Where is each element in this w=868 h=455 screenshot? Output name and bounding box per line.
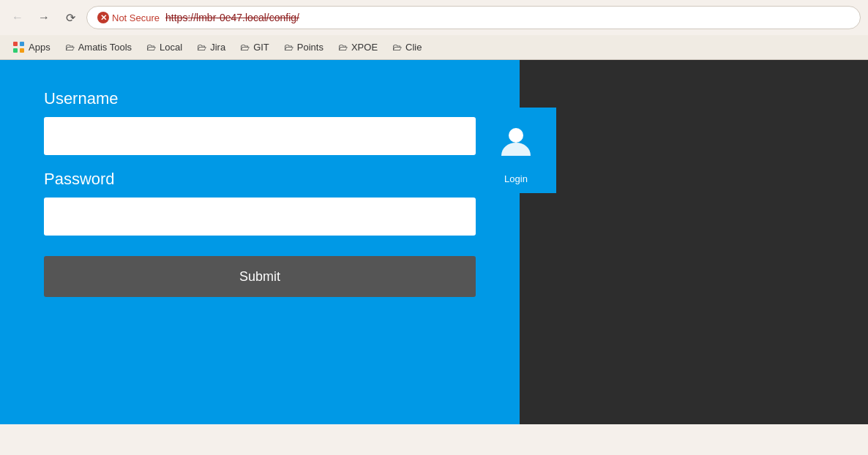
submit-button[interactable]: Submit: [44, 256, 476, 297]
left-panel: Username Password Submit: [0, 60, 520, 424]
not-secure-icon: ✕: [97, 12, 109, 23]
bookmark-label: Amatis Tools: [78, 42, 132, 53]
address-bar[interactable]: ✕ Not Secure https://lmbr-0e47.local/con…: [86, 6, 861, 29]
apps-label: Apps: [29, 42, 50, 53]
bookmark-amatis-tools[interactable]: 🗁 Amatis Tools: [59, 40, 138, 55]
right-panel: Login: [520, 60, 868, 424]
bookmark-local[interactable]: 🗁 Local: [141, 40, 188, 55]
bookmarks-bar: Apps 🗁 Amatis Tools 🗁 Local 🗁 Jira 🗁 GIT…: [0, 35, 868, 60]
forward-button[interactable]: →: [34, 7, 54, 28]
folder-icon: 🗁: [284, 42, 293, 53]
page-content: Username Password Submit Login: [0, 60, 868, 424]
folder-icon: 🗁: [338, 42, 348, 53]
username-group: Username: [44, 89, 476, 155]
not-secure-badge: ✕ Not Secure: [97, 12, 160, 23]
url-prefix: https:: [165, 12, 190, 23]
folder-icon: 🗁: [146, 42, 156, 53]
bookmark-label: XPOE: [351, 42, 378, 53]
bookmark-clie[interactable]: 🗁 Clie: [386, 40, 427, 55]
bookmark-label: Clie: [405, 42, 422, 53]
username-input[interactable]: [44, 117, 476, 155]
reload-button[interactable]: ⟳: [60, 7, 81, 28]
bookmark-xpoe[interactable]: 🗁 XPOE: [332, 40, 384, 55]
login-card-label: Login: [504, 173, 528, 184]
folder-icon: 🗁: [240, 42, 250, 53]
url-text: https://lmbr-0e47.local/config/: [165, 12, 299, 23]
back-button[interactable]: ←: [7, 7, 28, 28]
url-rest: //lmbr-0e47.local/config/: [190, 12, 299, 23]
svg-point-0: [509, 128, 523, 143]
folder-icon: 🗁: [392, 42, 402, 53]
bookmark-jira[interactable]: 🗁 Jira: [191, 40, 231, 55]
bookmark-label: Local: [160, 42, 182, 53]
folder-icon: 🗁: [197, 42, 206, 53]
bookmark-label: Jira: [210, 42, 225, 53]
address-bar-row: ← → ⟳ ✕ Not Secure https://lmbr-0e47.loc…: [0, 0, 868, 35]
user-avatar-icon: [496, 122, 536, 168]
password-group: Password: [44, 170, 476, 236]
username-label: Username: [44, 89, 476, 108]
folder-gear-icon: 🗁: [65, 42, 75, 53]
bookmark-apps[interactable]: Apps: [7, 40, 56, 56]
bookmark-git[interactable]: 🗁 GIT: [234, 40, 275, 55]
bookmark-label: GIT: [253, 42, 269, 53]
bookmark-label: Points: [297, 42, 323, 53]
password-input[interactable]: [44, 198, 476, 236]
browser-chrome: ← → ⟳ ✕ Not Secure https://lmbr-0e47.loc…: [0, 0, 868, 60]
bookmark-points[interactable]: 🗁 Points: [278, 40, 329, 55]
login-card: Login: [476, 108, 556, 193]
apps-grid-icon: [13, 42, 25, 53]
not-secure-label: Not Secure: [112, 12, 160, 23]
password-label: Password: [44, 170, 476, 189]
